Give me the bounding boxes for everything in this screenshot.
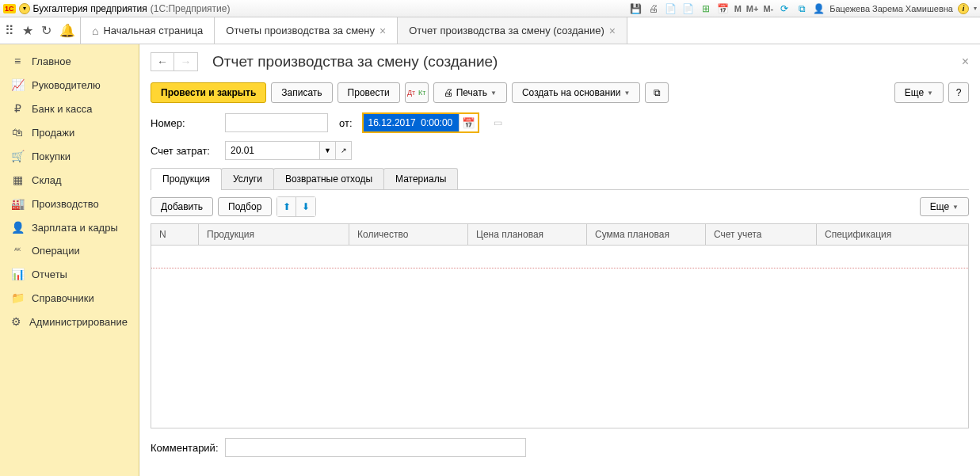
post-and-close-button[interactable]: Провести и закрыть [151, 82, 266, 103]
table-body[interactable] [151, 246, 968, 428]
chart-icon: 📈 [11, 78, 24, 91]
app-name: Бухгалтерия предприятия [33, 3, 147, 14]
doc-icon[interactable]: 📄 [682, 2, 695, 15]
tab-products[interactable]: Продукция [151, 168, 222, 189]
refresh-icon[interactable]: ⟳ [778, 2, 791, 15]
sidebar-item-label: Склад [32, 174, 62, 186]
extra-icon[interactable]: ▭ [492, 116, 505, 129]
move-up-button[interactable]: ⬆ [277, 197, 296, 216]
sidebar-item-catalogs[interactable]: 📁Справочники [0, 286, 139, 310]
tab-current[interactable]: Отчет производства за смену (создание) × [398, 17, 627, 44]
tabs: Продукция Услуги Возвратные отходы Матер… [151, 168, 969, 190]
grid-icon: ▦ [11, 173, 24, 186]
sidebar-item-operations[interactable]: ᴬᴷОперации [0, 239, 139, 262]
sidebar-item-salary[interactable]: 👤Зарплата и кадры [0, 215, 139, 239]
pick-button[interactable]: Подбор [218, 197, 272, 216]
page-title: Отчет производства за смену (создание) [212, 53, 498, 70]
panel-icon[interactable]: ⧉ [795, 2, 808, 15]
tab-services[interactable]: Услуги [221, 168, 274, 189]
tab-materials[interactable]: Материалы [383, 168, 458, 189]
mem-m[interactable]: M [734, 4, 742, 13]
th-sum: Сумма плановая [587, 224, 706, 245]
sidebar-item-label: Руководителю [32, 79, 101, 91]
calendar-button[interactable]: 📅 [459, 114, 478, 131]
tab-returns[interactable]: Возвратные отходы [273, 168, 384, 189]
back-button[interactable]: ← [151, 52, 174, 71]
th-n: N [151, 224, 199, 245]
sidebar-item-reports[interactable]: 📊Отчеты [0, 262, 139, 286]
platform-name: (1С:Предприятие) [151, 3, 231, 14]
create-based-button[interactable]: Создать на основании▼ [512, 82, 640, 103]
sub-more-button[interactable]: Еще▼ [920, 197, 969, 216]
account-dropdown-button[interactable]: ▼ [320, 141, 336, 160]
close-page-icon[interactable]: × [962, 55, 969, 69]
sidebar-item-label: Справочники [32, 292, 94, 304]
calc-icon[interactable]: ⊞ [700, 2, 712, 15]
add-button[interactable]: Добавить [151, 197, 213, 216]
sidebar: ≡Главное 📈Руководителю ₽Банк и касса 🛍Пр… [0, 44, 139, 476]
person-icon: 👤 [11, 221, 24, 234]
gear-icon: ⚙ [11, 315, 21, 328]
tab-reports-label: Отчеты производства за смену [226, 25, 375, 36]
print-label: Печать [456, 87, 487, 98]
dropdown-circle[interactable]: ▾ [19, 3, 30, 14]
comment-input[interactable] [225, 438, 526, 457]
sidebar-item-admin[interactable]: ⚙Администрирование [0, 310, 139, 333]
sidebar-item-purchases[interactable]: 🛒Покупки [0, 144, 139, 168]
tab-home[interactable]: ⌂ Начальная страница [81, 17, 215, 44]
tab-close-icon[interactable]: × [379, 25, 386, 37]
comment-label: Комментарий: [151, 442, 219, 454]
post-button[interactable]: Провести [337, 82, 400, 103]
ak-icon: ᴬᴷ [11, 246, 24, 255]
number-input[interactable] [225, 113, 328, 132]
print-button[interactable]: 🖨Печать▼ [433, 82, 507, 103]
sidebar-item-sales[interactable]: 🛍Продажи [0, 120, 139, 144]
sidebar-item-label: Покупки [32, 150, 71, 162]
sidebar-item-label: Администрирование [29, 316, 128, 328]
th-spec: Спецификация [817, 224, 968, 245]
factory-icon: 🏭 [11, 197, 24, 210]
mem-mminus[interactable]: M- [763, 4, 773, 13]
star-icon[interactable]: ★ [22, 23, 33, 38]
sidebar-item-manager[interactable]: 📈Руководителю [0, 73, 139, 97]
sidebar-item-main[interactable]: ≡Главное [0, 49, 139, 73]
dtkt-button[interactable]: ДтКт [405, 82, 429, 103]
sidebar-item-label: Отчеты [32, 268, 67, 280]
tab-home-label: Начальная страница [103, 25, 203, 36]
bag-icon: 🛍 [11, 126, 24, 139]
sidebar-item-bank[interactable]: ₽Банк и касса [0, 97, 139, 120]
calendar-icon[interactable]: 📅 [717, 2, 730, 15]
structure-button[interactable]: ⧉ [645, 82, 669, 103]
more-button[interactable]: Еще▼ [894, 82, 944, 103]
th-acct: Счет учета [706, 224, 817, 245]
account-input[interactable] [225, 141, 320, 160]
sidebar-item-label: Главное [32, 55, 71, 67]
titlebar: 1C ▾ Бухгалтерия предприятия (1С:Предпри… [0, 0, 980, 17]
tab-reports[interactable]: Отчеты производства за смену × [215, 17, 398, 44]
compare-icon[interactable]: 📄 [665, 2, 677, 15]
menu-icon: ≡ [11, 55, 24, 67]
sidebar-item-warehouse[interactable]: ▦Склад [0, 168, 139, 192]
account-open-button[interactable]: ↗ [336, 141, 352, 160]
tab-close-icon[interactable]: × [609, 25, 616, 37]
th-product: Продукция [199, 224, 349, 245]
date-input[interactable] [364, 114, 459, 131]
info-icon[interactable]: i [958, 3, 969, 14]
help-button[interactable]: ? [948, 82, 969, 103]
sidebar-item-production[interactable]: 🏭Производство [0, 192, 139, 215]
move-down-button[interactable]: ⬇ [296, 197, 315, 216]
save-button[interactable]: Записать [271, 82, 332, 103]
logo-1c: 1C [3, 4, 16, 13]
table-row-placeholder [151, 268, 968, 268]
mem-mplus[interactable]: M+ [746, 4, 759, 13]
forward-button[interactable]: → [174, 52, 198, 71]
navbar: ⠿ ★ ↻ 🔔 ⌂ Начальная страница Отчеты прои… [0, 17, 980, 44]
print-icon[interactable]: 🖨 [647, 2, 660, 15]
save-icon[interactable]: 💾 [630, 2, 643, 15]
apps-icon[interactable]: ⠿ [5, 23, 14, 38]
bell-icon[interactable]: 🔔 [59, 23, 75, 38]
history-icon[interactable]: ↻ [41, 23, 51, 38]
number-label: Номер: [151, 117, 219, 129]
content: ← → Отчет производства за смену (создани… [139, 44, 980, 476]
sidebar-item-label: Зарплата и кадры [32, 222, 118, 234]
